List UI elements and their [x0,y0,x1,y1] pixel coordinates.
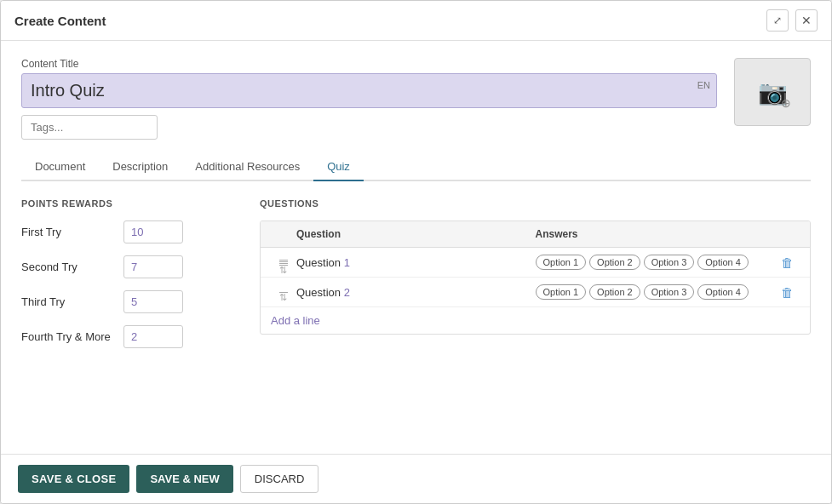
header-sort [271,228,296,240]
save-new-button[interactable]: SAVE & NEW [136,465,232,493]
second-try-label: Second Try [21,261,115,273]
content-title-label: Content Title [21,58,717,70]
sort-line-1 [279,260,288,261]
sort-arrows: ⇅ [279,292,288,293]
points-row-first-try: First Try [21,220,226,243]
question-1-options: Option 1 Option 2 Option 3 Option 4 [536,255,775,270]
table-row: ⇅ Question 2 Option 1 Option 2 Option 3 … [261,278,810,307]
trash-icon: 🗑 [781,285,794,300]
option-pill[interactable]: Option 1 [536,255,587,270]
tab-bar: Document Description Additional Resource… [21,153,811,181]
tags-input[interactable] [21,115,158,140]
tab-additional-resources[interactable]: Additional Resources [181,153,313,181]
fourth-try-input[interactable] [123,325,183,348]
option-pill[interactable]: Option 1 [536,284,587,300]
delete-q2-button[interactable]: 🗑 [774,285,800,300]
expand-button[interactable]: ⤢ [766,9,789,32]
delete-q1-button[interactable]: 🗑 [774,255,800,270]
option-pill[interactable]: Option 3 [644,255,695,270]
first-try-label: First Try [21,226,115,238]
title-input-wrapper: EN [21,73,717,108]
save-close-button[interactable]: SAVE & CLOSE [18,465,129,493]
photo-upload-box[interactable]: 📷⊕ [734,58,811,126]
table-row: ⇅ Question 1 Option 1 Option 2 Option 3 … [261,248,810,278]
create-content-dialog: Create Content ⤢ ✕ Content Title EN [0,0,832,504]
option-pill[interactable]: Option 3 [644,284,695,300]
field-main: Content Title EN [21,58,717,140]
header-actions: ⤢ ✕ [766,9,818,32]
option-pill[interactable]: Option 4 [697,284,749,300]
sort-handle-q2[interactable]: ⇅ [271,292,296,293]
header-actions [774,228,800,240]
tab-quiz[interactable]: Quiz [313,153,364,181]
field-group: Content Title EN 📷⊕ [21,58,811,140]
trash-icon: 🗑 [781,255,794,270]
question-2-options: Option 1 Option 2 Option 3 Option 4 [536,284,775,300]
header-question: Question [296,228,536,240]
third-try-label: Third Try [21,295,115,308]
option-pill[interactable]: Option 2 [589,255,640,270]
points-row-fourth-try: Fourth Try & More [21,325,226,348]
questions-table: Question Answers ⇅ Question [260,220,811,335]
expand-icon: ⤢ [773,14,782,26]
second-try-input[interactable] [123,255,183,278]
dialog-body: Content Title EN 📷⊕ Document Description… [1,41,831,454]
content-title-input[interactable] [21,73,717,108]
option-pill[interactable]: Option 4 [697,255,749,270]
sort-arrows: ⇅ [279,265,288,266]
camera-icon: 📷⊕ [758,78,788,106]
dialog-footer: SAVE & CLOSE SAVE & NEW DISCARD [1,454,831,503]
points-row-third-try: Third Try [21,290,226,313]
lang-badge: EN [697,80,710,90]
add-line-button[interactable]: Add a line [261,307,810,334]
points-row-second-try: Second Try [21,255,226,278]
plus-icon: ⊕ [781,96,791,110]
third-try-input[interactable] [123,290,183,313]
tab-description[interactable]: Description [99,153,181,181]
sort-line-2 [279,261,288,262]
fourth-try-label: Fourth Try & More [21,330,115,343]
sort-line-3 [279,263,288,264]
tab-document[interactable]: Document [21,153,99,181]
dialog-header: Create Content ⤢ ✕ [1,1,831,41]
option-pill[interactable]: Option 2 [589,284,640,300]
close-icon: ✕ [801,14,812,27]
questions-table-header: Question Answers [261,221,810,248]
questions-section: QUESTIONS Question Answers [260,198,811,360]
question-1-name[interactable]: Question 1 [296,256,536,269]
dialog-title: Create Content [14,14,106,28]
first-try-input[interactable] [123,220,183,243]
question-2-name[interactable]: Question 2 [296,286,536,299]
header-answers: Answers [536,228,775,240]
sort-handle-q1[interactable]: ⇅ [271,260,296,266]
questions-title: QUESTIONS [260,198,811,209]
points-rewards-title: POINTS REWARDS [21,198,226,209]
discard-button[interactable]: DISCARD [240,465,319,493]
content-area: POINTS REWARDS First Try Second Try Thir… [21,198,811,360]
points-rewards-section: POINTS REWARDS First Try Second Try Thir… [21,198,226,360]
close-button[interactable]: ✕ [795,9,818,32]
